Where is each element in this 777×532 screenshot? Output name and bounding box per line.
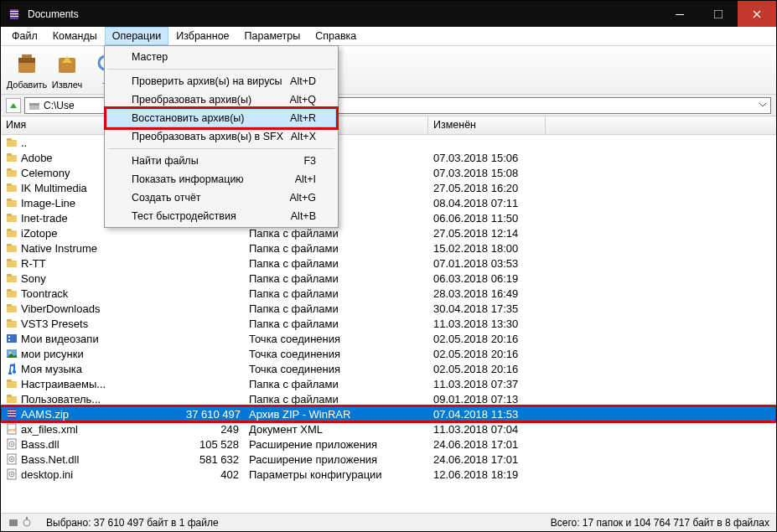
file-row[interactable]: мои рисункиТочка соединения02.05.2018 20… <box>1 346 776 361</box>
svg-rect-24 <box>7 168 12 171</box>
cell-name: Моя музыка <box>1 363 181 375</box>
file-row[interactable]: Мои видеозапиТочка соединения02.05.2018 … <box>1 331 776 346</box>
close-button[interactable] <box>738 1 776 27</box>
menu-entry[interactable]: Преобразовать архив(ы)Alt+Q <box>106 90 336 109</box>
cell-date: 28.03.2018 16:49 <box>428 287 546 300</box>
cell-type: Документ XML <box>244 423 428 436</box>
cell-date: 24.06.2018 17:01 <box>428 453 546 466</box>
cell-date: 11.03.2018 07:37 <box>428 378 546 390</box>
menu-item[interactable]: Файл <box>4 27 45 45</box>
svg-point-65 <box>11 458 13 460</box>
file-row[interactable]: Настраиваемы...Папка с файлами11.03.2018… <box>1 376 776 391</box>
address-dropdown-icon[interactable] <box>759 100 767 111</box>
cell-name: AAMS.zip <box>1 408 181 421</box>
menu-entry-shortcut: Alt+D <box>290 75 316 87</box>
svg-rect-27 <box>7 200 17 207</box>
menu-item[interactable]: Команды <box>45 27 105 45</box>
folder-icon <box>6 242 18 254</box>
file-row[interactable]: Моя музыкаТочка соединения02.05.2018 20:… <box>1 361 776 376</box>
file-name: Celemony <box>21 167 70 179</box>
file-row[interactable]: Native InstrumeПапка с файлами15.02.2018… <box>1 240 776 256</box>
file-name: ViberDownloads <box>21 302 100 315</box>
menu-entry[interactable]: Восстановить архив(ы)Alt+R <box>106 109 336 127</box>
menu-item[interactable]: Параметры <box>237 27 308 45</box>
dll-icon <box>6 453 18 465</box>
menu-entry[interactable]: Показать информациюAlt+I <box>106 170 336 189</box>
cell-size: 37 610 497 <box>181 408 244 421</box>
svg-rect-37 <box>7 276 17 282</box>
svg-rect-8 <box>22 54 32 58</box>
toolbar-extract-button[interactable]: Извлеч <box>48 48 86 93</box>
svg-rect-23 <box>7 170 17 177</box>
cell-type: Точка соединения <box>244 333 428 345</box>
file-row[interactable]: VST3 PresetsПапка с файлами11.03.2018 13… <box>1 316 776 331</box>
cell-date: 24.06.2018 17:01 <box>428 438 546 451</box>
file-row[interactable]: Пользователь...Папка с файлами09.01.2018… <box>1 391 776 406</box>
file-row[interactable]: AAMS.zip37 610 497Архив ZIP - WinRAR07.0… <box>1 406 776 421</box>
status-left-text: Выбрано: 37 610 497 байт в 1 файле <box>46 517 219 529</box>
menu-entry-label: Найти файлы <box>132 155 199 167</box>
up-icon <box>6 137 18 148</box>
menu-item[interactable]: Избранное <box>168 27 236 45</box>
menu-entry[interactable]: Проверить архив(ы) на вирусыAlt+D <box>106 72 336 90</box>
music-icon <box>6 363 18 374</box>
cell-type: Папка с файлами <box>244 242 428 255</box>
file-row[interactable]: Bass.dll105 528Расширение приложения24.0… <box>1 436 776 452</box>
svg-rect-20 <box>7 138 12 141</box>
file-name: AAMS.zip <box>21 408 69 421</box>
folder-icon <box>6 197 18 209</box>
menu-item[interactable]: Справка <box>308 27 364 45</box>
cell-name: мои рисунки <box>1 348 181 360</box>
file-row[interactable]: R-TTПапка с файлами07.01.2018 03:53 <box>1 256 776 271</box>
file-name: desktop.ini <box>21 468 73 481</box>
menu-entry-shortcut: Alt+G <box>289 192 316 204</box>
file-name: Мои видеозапи <box>21 333 99 345</box>
cell-date: 06.06.2018 11:50 <box>428 212 546 225</box>
minimize-button[interactable] <box>660 1 699 27</box>
menu-entry-label: Проверить архив(ы) на вирусы <box>132 75 282 87</box>
window-controls <box>660 1 776 27</box>
menu-entry[interactable]: Мастер <box>106 48 336 66</box>
file-row[interactable]: xmlax_files.xml249Документ XML11.03.2018… <box>1 421 776 436</box>
file-row[interactable]: ToontrackПапка с файлами28.03.2018 16:49 <box>1 286 776 301</box>
menu-item[interactable]: Операции <box>105 27 168 45</box>
file-row[interactable]: Bass.Net.dll581 632Расширение приложения… <box>1 452 776 467</box>
cell-date: 07.01.2018 03:53 <box>428 257 546 270</box>
svg-rect-19 <box>7 140 17 147</box>
nav-up-button[interactable] <box>6 98 21 113</box>
cell-size: 581 632 <box>181 453 244 466</box>
menu-entry[interactable]: Преобразовать архив(ы) в SFXAlt+X <box>106 127 336 146</box>
col-header-date[interactable]: Изменён <box>428 116 546 134</box>
file-name: Настраиваемы... <box>21 378 106 390</box>
menu-entry[interactable]: Создать отчётAlt+G <box>106 189 336 207</box>
menu-entry-shortcut: Alt+R <box>290 112 316 124</box>
cell-date: 07.03.2018 15:08 <box>428 167 546 179</box>
cell-type: Параметры конфигурации <box>244 468 428 481</box>
maximize-button[interactable] <box>699 1 738 27</box>
menu-entry[interactable]: Найти файлыF3 <box>106 152 336 170</box>
toolbar-add-button[interactable]: Добавить <box>8 48 46 93</box>
cell-date: 02.05.2018 20:16 <box>428 333 546 345</box>
ini-icon <box>6 468 18 480</box>
toolbar-label: Извлеч <box>52 80 82 90</box>
file-row[interactable]: ViberDownloadsПапка с файлами30.04.2018 … <box>1 301 776 316</box>
titlebar[interactable]: Documents <box>1 1 776 27</box>
svg-rect-36 <box>7 259 12 261</box>
folder-icon <box>6 167 18 178</box>
operations-menu[interactable]: МастерПроверить архив(ы) на вирусыAlt+DП… <box>104 45 339 228</box>
file-name: Пользователь... <box>21 393 101 405</box>
svg-point-68 <box>11 473 13 475</box>
svg-rect-22 <box>7 153 12 156</box>
svg-rect-29 <box>7 215 17 222</box>
menu-entry[interactable]: Тест быстродействияAlt+B <box>106 207 336 225</box>
svg-rect-39 <box>7 291 17 297</box>
file-row[interactable]: desktop.ini402Параметры конфигурации12.0… <box>1 467 776 482</box>
svg-rect-35 <box>7 261 17 267</box>
menubar[interactable]: ФайлКомандыОперацииИзбранноеПараметрыСпр… <box>1 27 776 46</box>
file-name: VST3 Presets <box>21 318 88 330</box>
cell-name: Мои видеозапи <box>1 333 181 345</box>
cell-size: 105 528 <box>181 438 244 451</box>
cell-date: 02.05.2018 20:16 <box>428 363 546 375</box>
file-row[interactable]: SonyПапка с файлами06.03.2018 06:19 <box>1 271 776 286</box>
folder-icon <box>6 393 18 405</box>
